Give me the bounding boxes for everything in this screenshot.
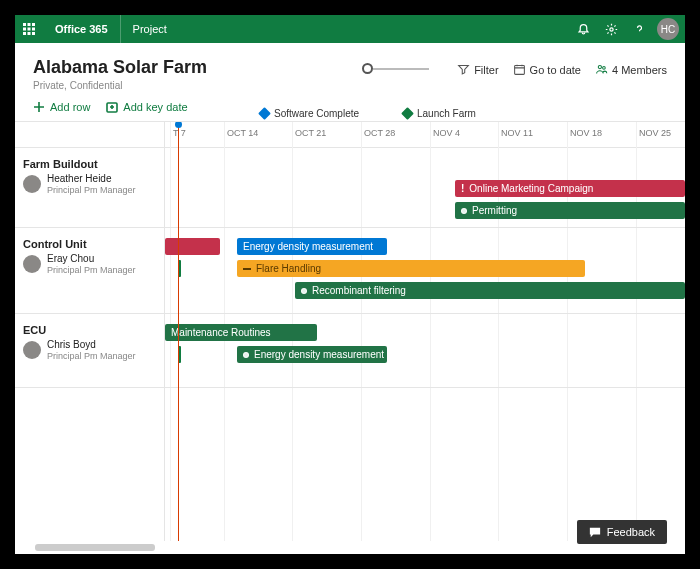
svg-rect-1 <box>28 23 31 26</box>
zoom-slider[interactable] <box>362 63 429 74</box>
diamond-icon <box>258 107 271 120</box>
svg-rect-8 <box>32 32 35 35</box>
owner-role: Principal Pm Manager <box>47 265 136 276</box>
owner-role: Principal Pm Manager <box>47 185 136 196</box>
goto-date-button[interactable]: Go to date <box>513 63 581 76</box>
milestone-label: Software Complete <box>274 108 359 119</box>
section-header[interactable]: Control UnitEray ChouPrincipal Pm Manage… <box>15 228 164 314</box>
timeline: Software CompleteLaunch Farm Farm Buildo… <box>15 121 685 541</box>
task-bar[interactable]: Permitting <box>455 202 685 219</box>
milestone[interactable]: Software Complete <box>260 108 359 119</box>
suite-brand[interactable]: Office 365 <box>43 15 121 43</box>
task-bar[interactable] <box>165 238 220 255</box>
task-label: Energy density measurement <box>243 241 373 252</box>
owner-name: Heather Heide <box>47 173 136 185</box>
avatar-icon <box>23 175 41 193</box>
section-name: Farm Buildout <box>15 148 164 173</box>
owner-role: Principal Pm Manager <box>47 351 136 362</box>
owner-name: Chris Boyd <box>47 339 136 351</box>
task-bar[interactable]: Maintenance Routines <box>165 324 317 341</box>
task-bar[interactable]: Recombinant filtering <box>295 282 685 299</box>
svg-point-11 <box>598 65 601 68</box>
svg-rect-7 <box>28 32 31 35</box>
avatar-icon <box>23 255 41 273</box>
owner-name: Eray Chou <box>47 253 136 265</box>
task-label: Flare Handling <box>256 263 321 274</box>
task-label: Recombinant filtering <box>312 285 406 296</box>
svg-rect-6 <box>23 32 26 35</box>
svg-rect-10 <box>514 65 524 74</box>
task-label: Permitting <box>472 205 517 216</box>
avatar-icon <box>23 341 41 359</box>
svg-point-9 <box>609 27 612 30</box>
section-owner[interactable]: Chris BoydPrincipal Pm Manager <box>15 339 164 366</box>
svg-rect-0 <box>23 23 26 26</box>
lane: !Online Marketing CampaignPermitting <box>165 148 685 228</box>
svg-rect-4 <box>28 28 31 31</box>
section-name: ECU <box>15 314 164 339</box>
members-button[interactable]: 4 Members <box>595 63 667 76</box>
status-dot-icon <box>243 352 249 358</box>
key-date-icon <box>106 101 118 113</box>
horizontal-scrollbar[interactable] <box>35 544 155 551</box>
app-launcher-icon[interactable] <box>15 15 43 43</box>
alert-icon: ! <box>461 183 464 194</box>
filter-button[interactable]: Filter <box>457 63 498 76</box>
lane: Energy density measurementFlare Handling… <box>165 228 685 314</box>
notifications-icon[interactable] <box>569 15 597 43</box>
svg-point-12 <box>603 67 606 70</box>
task-label: Online Marketing Campaign <box>469 183 593 194</box>
task-label: Maintenance Routines <box>171 327 271 338</box>
suite-header: Office 365 Project HC <box>15 15 685 43</box>
svg-rect-3 <box>23 28 26 31</box>
status-dot-icon <box>301 288 307 294</box>
milestone[interactable]: Launch Farm <box>403 108 476 119</box>
settings-icon[interactable] <box>597 15 625 43</box>
calendar-icon <box>513 63 526 76</box>
project-title: Alabama Solar Farm <box>33 57 207 78</box>
svg-rect-5 <box>32 28 35 31</box>
task-bar[interactable]: !Online Marketing Campaign <box>455 180 685 197</box>
task-bar[interactable]: Energy density measurement <box>237 346 387 363</box>
diamond-icon <box>401 107 414 120</box>
task-label: Energy density measurement <box>254 349 384 360</box>
project-subtitle: Private, Confidential <box>33 80 207 91</box>
add-row-button[interactable]: Add row <box>33 101 90 113</box>
row-headers: Farm BuildoutHeather HeidePrincipal Pm M… <box>15 122 165 541</box>
user-avatar[interactable]: HC <box>657 18 679 40</box>
svg-rect-2 <box>32 23 35 26</box>
milestone-label: Launch Farm <box>417 108 476 119</box>
feedback-button[interactable]: Feedback <box>577 520 667 544</box>
task-bar[interactable]: Flare Handling <box>237 260 585 277</box>
today-marker <box>178 122 179 541</box>
task-bar[interactable]: Energy density measurement <box>237 238 387 255</box>
status-dot-icon <box>461 208 467 214</box>
app-name: Project <box>121 15 179 43</box>
section-header[interactable]: ECUChris BoydPrincipal Pm Manager <box>15 314 164 388</box>
section-owner[interactable]: Eray ChouPrincipal Pm Manager <box>15 253 164 280</box>
plus-icon <box>33 101 45 113</box>
chat-icon <box>589 526 601 538</box>
filter-icon <box>457 63 470 76</box>
members-icon <box>595 63 608 76</box>
section-owner[interactable]: Heather HeidePrincipal Pm Manager <box>15 173 164 200</box>
section-name: Control Unit <box>15 228 164 253</box>
help-icon[interactable] <box>625 15 653 43</box>
gantt-lanes[interactable]: !Online Marketing CampaignPermittingEner… <box>165 148 685 541</box>
project-header: Alabama Solar Farm Private, Confidential… <box>15 43 685 97</box>
status-dash-icon <box>243 268 251 270</box>
section-header[interactable]: Farm BuildoutHeather HeidePrincipal Pm M… <box>15 148 164 228</box>
lane: Maintenance RoutinesEnergy density measu… <box>165 314 685 388</box>
